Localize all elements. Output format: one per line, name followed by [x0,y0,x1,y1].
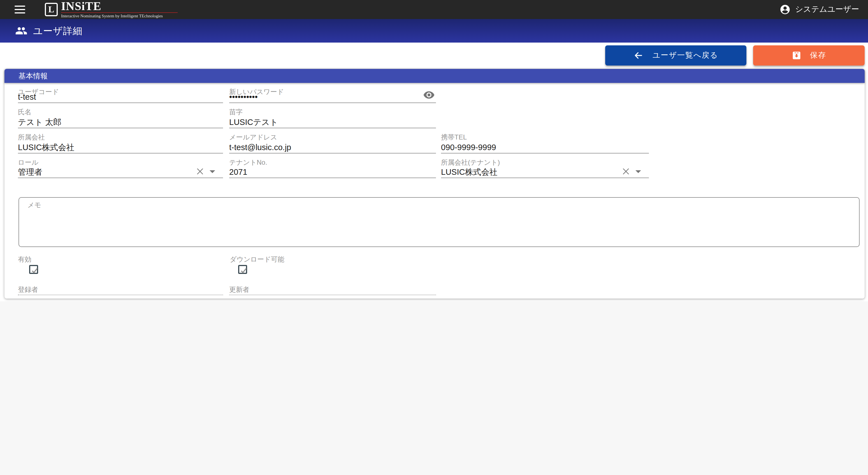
memo-label: メモ [27,200,41,210]
mobile-tel-field: 携帯TEL [441,133,649,154]
user-code-input[interactable] [18,92,223,101]
last-name-label: 苗字 [229,107,243,117]
last-name-input[interactable] [229,118,436,127]
email-input[interactable] [229,143,436,152]
company-field: 所属会社 [18,133,223,154]
company-input[interactable] [18,143,223,152]
logo-l-icon: L [45,3,58,16]
email-label: メールアドレス [229,133,277,142]
close-icon[interactable] [621,167,630,176]
memo-field: メモ [19,197,860,247]
tenant-no-label: テナントNo. [229,158,267,167]
back-button-label: ユーザ一覧へ戻る [653,51,718,61]
back-to-user-list-button[interactable]: ユーザ一覧へ戻る [605,45,746,66]
logo-tagline: Interactive Nominating System by Intelli… [61,13,195,18]
close-icon[interactable] [195,167,205,176]
mobile-tel-label: 携帯TEL [441,133,467,142]
memo-textarea[interactable] [27,209,851,244]
user-menu[interactable]: システムユーザー [779,0,859,19]
save-box-icon [792,51,801,61]
save-button[interactable]: 保存 [753,45,865,66]
updater-field: 更新者 [229,285,436,295]
card-body: ユーザコード 新しいパスワード 氏名 苗字 所属会社 [4,83,865,298]
mobile-tel-input[interactable] [441,143,649,152]
new-password-field: 新しいパスワード [229,87,436,103]
company-tenant-select: 所属会社(テナント) [441,158,649,178]
app-bar: L INSiTE Interactive Nominating System b… [0,0,868,19]
registrant-label: 登録者 [18,285,38,295]
updater-label: 更新者 [229,285,249,295]
user-code-field: ユーザコード [18,87,223,103]
caret-down-icon[interactable] [636,170,641,173]
company-label: 所属会社 [18,133,45,142]
menu-icon[interactable] [14,6,26,13]
company-tenant-input[interactable] [441,167,609,177]
role-label: ロール [18,158,38,167]
first-name-label: 氏名 [18,107,31,117]
tenant-no-field: テナントNo. [229,158,436,178]
caret-down-icon[interactable] [210,170,215,173]
email-field: メールアドレス [229,133,436,154]
check-icon [31,266,38,274]
downloadable-label: ダウンロード可能 [230,255,284,264]
check-icon [240,266,247,274]
arrow-left-icon [633,51,644,61]
registrant-field: 登録者 [18,285,223,295]
section-header: 基本情報 [4,69,865,83]
company-tenant-label: 所属会社(テナント) [441,158,500,167]
page-title: ユーザ詳細 [33,24,83,37]
enabled-checkbox[interactable] [29,265,38,274]
people-icon [15,25,27,37]
user-name: システムユーザー [795,4,859,14]
page-title-bar: ユーザ詳細 [0,19,868,42]
new-password-input[interactable] [229,92,417,101]
save-button-label: 保存 [810,51,826,61]
eye-icon[interactable] [423,89,435,101]
role-select: ロール [18,158,223,178]
first-name-input[interactable] [18,118,223,127]
logo-rule [61,12,178,13]
last-name-field: 苗字 [229,107,436,128]
basic-info-card: 基本情報 ユーザコード 新しいパスワード 氏名 苗字 [4,69,865,298]
tenant-no-input[interactable] [229,167,436,177]
role-input[interactable] [18,167,186,177]
logo-title: INSiTE [61,0,101,13]
enabled-label: 有効 [18,255,31,264]
account-circle-icon [779,4,791,15]
page: L INSiTE Interactive Nominating System b… [0,0,868,475]
downloadable-checkbox[interactable] [238,265,247,274]
first-name-field: 氏名 [18,107,223,128]
